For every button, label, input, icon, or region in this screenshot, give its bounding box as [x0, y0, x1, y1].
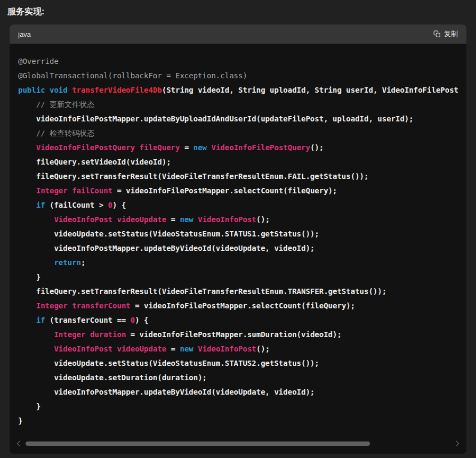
code-line: @Override	[18, 54, 458, 69]
code-line: videoUpdate.setDuration(duration);	[18, 371, 458, 385]
code-line: fileQuery.setTransferResult(VideoFileTra…	[18, 169, 458, 184]
code-line: }	[18, 399, 458, 414]
code-line: // 更新文件状态	[18, 97, 458, 112]
code-line: // 检查转码状态	[18, 126, 458, 141]
copy-icon	[433, 30, 441, 38]
code-line: videoInfoPostMapper.updateByVideoId(vide…	[18, 385, 458, 399]
language-label: java	[18, 30, 31, 38]
code-line: }	[18, 270, 458, 284]
code-line: Integer failCount = videoInfoFilePostMap…	[18, 184, 458, 198]
code-line: videoUpdate.setStatus(VideoStatusEnum.ST…	[18, 227, 458, 241]
copy-button[interactable]: 复制	[433, 29, 458, 39]
code-content: @Override@GlobalTransactional(rollbackFo…	[10, 44, 466, 454]
scrollbar-thumb[interactable]	[26, 441, 370, 446]
chevron-left-icon[interactable]	[15, 440, 22, 447]
code-line: videoInfoFilePostMapper.updateByUploadId…	[18, 112, 458, 126]
code-line: fileQuery.setTransferResult(VideoFileTra…	[18, 284, 458, 299]
code-line: @GlobalTransactional(rollbackFor = Excep…	[18, 69, 458, 83]
code-lines: @Override@GlobalTransactional(rollbackFo…	[18, 54, 458, 428]
code-block: java 复制 @Override@GlobalTransactional(ro…	[10, 24, 466, 454]
horizontal-scrollbar	[15, 440, 461, 447]
code-header: java 复制	[10, 24, 466, 44]
code-line: return;	[18, 256, 458, 270]
code-line: videoInfoPostMapper.updateByVideoId(vide…	[18, 241, 458, 256]
page-heading: 服务实现:	[7, 6, 476, 17]
scrollbar-track[interactable]	[26, 441, 450, 446]
code-line: Integer transferCount = videoInfoFilePos…	[18, 299, 458, 313]
chevron-right-icon[interactable]	[454, 440, 461, 447]
code-line: VideoInfoPost videoUpdate = new VideoInf…	[18, 342, 458, 356]
code-line: fileQuery.setVideoId(videoId);	[18, 155, 458, 169]
code-line: if (failCount > 0) {	[18, 198, 458, 212]
code-line: VideoInfoPost videoUpdate = new VideoInf…	[18, 212, 458, 227]
code-line: public void transferVideoFile4Db(String …	[18, 83, 458, 97]
copy-button-label: 复制	[444, 29, 458, 39]
code-line: VideoInfoFilePostQuery fileQuery = new V…	[18, 141, 458, 155]
code-line: if (transferCount == 0) {	[18, 313, 458, 328]
code-line: videoUpdate.setStatus(VideoStatusEnum.ST…	[18, 356, 458, 371]
code-line: Integer duration = videoInfoFilePostMapp…	[18, 328, 458, 342]
code-line: }	[18, 414, 458, 428]
